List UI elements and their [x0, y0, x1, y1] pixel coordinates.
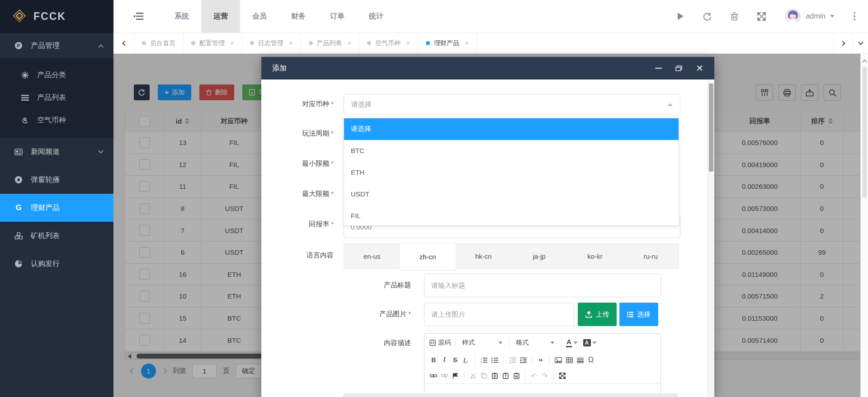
- tab-config-manage[interactable]: 配置管理 ×: [184, 33, 242, 53]
- tab-close-icon[interactable]: ×: [465, 39, 469, 47]
- indent-icon[interactable]: [518, 354, 528, 366]
- dropdown-option-btc[interactable]: BTC: [344, 140, 679, 162]
- lang-tab-en-us[interactable]: en-us: [344, 244, 400, 268]
- italic-button[interactable]: I: [439, 354, 450, 366]
- source-button[interactable]: 源码: [428, 337, 452, 349]
- paste-text-icon[interactable]: T: [500, 370, 511, 382]
- remove-format-button[interactable]: Ix: [461, 354, 472, 366]
- sidebar-item-product-list[interactable]: 产品列表: [0, 86, 113, 109]
- tab-close-icon[interactable]: ×: [348, 39, 352, 47]
- sidebar-item-miner-list[interactable]: 矿机列表: [0, 222, 113, 250]
- bg-color-button[interactable]: A: [582, 337, 598, 349]
- user-menu[interactable]: admin: [785, 8, 835, 24]
- trash-icon[interactable]: [731, 12, 738, 21]
- coin-select[interactable]: 请选择: [344, 94, 680, 115]
- svg-text:W: W: [515, 375, 518, 378]
- lang-tab-ko-kr[interactable]: ko-kr: [567, 244, 623, 268]
- close-icon[interactable]: ✕: [696, 64, 703, 73]
- play-icon[interactable]: [677, 12, 684, 20]
- nav-item-statistics[interactable]: 统计: [357, 0, 396, 33]
- image-button[interactable]: [553, 354, 564, 366]
- table-button[interactable]: [564, 354, 575, 366]
- lang-tab-hk-cn[interactable]: hk-cn: [456, 244, 511, 268]
- gear-icon: [20, 71, 30, 79]
- sidebar-item-subscription-issue[interactable]: 认购发行: [0, 250, 113, 278]
- fullscreen-icon[interactable]: [757, 12, 766, 21]
- tab-product-list[interactable]: 产品列表 ×: [301, 33, 360, 53]
- page-scrollbar[interactable]: [860, 54, 868, 397]
- undo-icon[interactable]: ↶: [528, 370, 539, 382]
- nav-item-system[interactable]: 系统: [162, 0, 201, 33]
- sidebar-item-news-channel[interactable]: 新闻频道: [0, 138, 113, 166]
- nav-item-order[interactable]: 订单: [318, 0, 357, 33]
- format-dropdown[interactable]: 格式: [513, 337, 558, 349]
- tab-dashboard[interactable]: 后台首页: [134, 33, 184, 53]
- rich-text-editor: 源码 样式 格式 A: [424, 333, 661, 397]
- dropdown-option-fil[interactable]: FIL: [344, 205, 679, 226]
- dropdown-option-eth[interactable]: ETH: [344, 162, 679, 183]
- sidebar-item-wealth-product[interactable]: G 理财产品: [0, 194, 113, 222]
- dialog-scrollbar[interactable]: [707, 79, 714, 397]
- bullet-list-icon[interactable]: [489, 354, 500, 366]
- sidebar-item-product-manage[interactable]: P 产品管理: [0, 33, 113, 58]
- brand-logo[interactable]: FCCK: [0, 0, 113, 33]
- sidebar-item-popup-carousel[interactable]: 弹窗轮播: [0, 166, 113, 194]
- product-title-input[interactable]: 请输入标题: [424, 274, 661, 297]
- dialog-header[interactable]: 添加 ✕: [261, 57, 714, 79]
- tab-close-icon[interactable]: ×: [289, 39, 293, 47]
- strikethrough-button[interactable]: S: [450, 354, 461, 366]
- copy-icon[interactable]: [478, 370, 489, 382]
- nav-item-finance[interactable]: 财务: [279, 0, 318, 33]
- lang-tab-ru-ru[interactable]: ru-ru: [623, 244, 679, 268]
- sidebar-item-air-coin[interactable]: 空气币种: [0, 109, 113, 131]
- link-icon[interactable]: [428, 370, 439, 382]
- tab-close-icon[interactable]: ×: [230, 39, 234, 47]
- clipped-element-edge: [343, 393, 678, 397]
- horizontal-rule-button[interactable]: [575, 354, 585, 366]
- unlink-icon[interactable]: [439, 370, 450, 382]
- collapse-menu-icon[interactable]: [133, 12, 143, 20]
- sidebar-item-label: 弹窗轮播: [31, 175, 60, 185]
- sidebar-item-label: 认购发行: [31, 259, 60, 269]
- scrollbar-thumb[interactable]: [863, 67, 867, 198]
- text-color-button[interactable]: A: [565, 337, 579, 349]
- nav-item-member[interactable]: 会员: [240, 0, 279, 33]
- bold-button[interactable]: B: [428, 354, 439, 366]
- scroll-up-arrow-icon[interactable]: [862, 60, 867, 64]
- scrollbar-thumb[interactable]: [709, 84, 713, 172]
- cut-icon[interactable]: [467, 370, 478, 382]
- blockquote-button[interactable]: “: [535, 356, 546, 368]
- anchor-flag-icon[interactable]: [450, 370, 461, 382]
- redo-icon[interactable]: ↷: [539, 370, 550, 382]
- outdent-icon[interactable]: [507, 354, 518, 366]
- dialog-title: 添加: [272, 64, 287, 73]
- dropdown-option-placeholder[interactable]: 请选择: [344, 118, 679, 140]
- paste-word-icon[interactable]: W: [511, 370, 522, 382]
- lang-tab-zh-cn[interactable]: zh-cn: [400, 243, 455, 270]
- tabs-menu-dropdown[interactable]: [853, 33, 868, 53]
- nav-item-operation[interactable]: 运营: [201, 0, 240, 33]
- maximize-editor-icon[interactable]: [557, 370, 568, 382]
- tab-air-coin[interactable]: 空气币种 ×: [359, 33, 418, 53]
- style-dropdown[interactable]: 样式: [459, 337, 506, 349]
- product-image-input[interactable]: 请上传图片: [424, 303, 574, 326]
- choose-button[interactable]: 选择: [619, 303, 658, 326]
- tab-log-manage[interactable]: 日志管理 ×: [242, 33, 301, 53]
- tab-close-icon[interactable]: ×: [406, 39, 410, 47]
- paste-icon[interactable]: [489, 370, 500, 382]
- upload-icon: [585, 311, 592, 318]
- tabs-scroll-right[interactable]: [834, 33, 853, 53]
- svg-text:1: 1: [481, 357, 482, 360]
- upload-button[interactable]: 上传: [578, 303, 617, 326]
- tabs-scroll-left[interactable]: [113, 33, 134, 53]
- numbered-list-icon[interactable]: 12: [478, 354, 489, 366]
- tab-wealth-product[interactable]: 理财产品 ×: [418, 33, 477, 53]
- more-dots-icon[interactable]: [854, 12, 855, 20]
- dropdown-option-usdt[interactable]: USDT: [344, 183, 679, 205]
- special-char-button[interactable]: Ω: [585, 354, 596, 366]
- restore-icon[interactable]: [675, 65, 682, 71]
- sidebar-item-product-category[interactable]: 产品分类: [0, 64, 113, 86]
- lang-tab-ja-jp[interactable]: ja-jp: [511, 244, 567, 268]
- refresh-icon[interactable]: [703, 12, 712, 21]
- minimize-icon[interactable]: [655, 68, 662, 69]
